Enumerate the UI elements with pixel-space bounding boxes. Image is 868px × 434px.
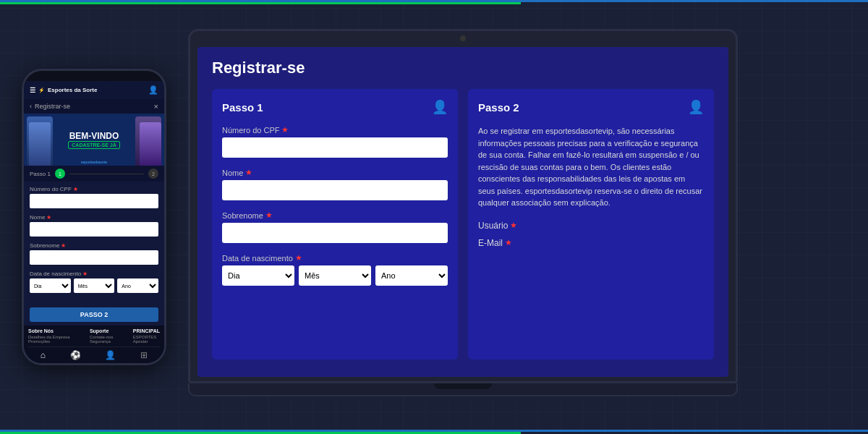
usuario-star: ★ <box>510 221 517 230</box>
dob-field: Data de nascimento ★ Dia Mês <box>222 253 448 286</box>
step1-person-icon: 👤 <box>432 99 448 115</box>
ano-select[interactable]: Ano <box>375 265 448 286</box>
mobile-dia-select[interactable]: Dia <box>30 278 71 293</box>
step2-header: Passo 2 👤 <box>478 99 704 115</box>
nav-sports[interactable]: ⚽ <box>70 350 81 360</box>
footer-col-principal: PRINCIPAL ESPORTES Apostar <box>133 328 160 344</box>
banner-text: BEM-VINDO CADASTRE-SE JÁ <box>68 131 119 149</box>
nome-input[interactable] <box>222 180 448 200</box>
sobrenome-star: ★ <box>265 210 273 220</box>
mobile-bottom-nav: ⌂ ⚽ 👤 ⊞ <box>28 346 160 360</box>
step-line <box>69 174 144 174</box>
banner-logo-small: esportesdasorte <box>81 160 107 164</box>
nav-grid[interactable]: ⊞ <box>140 350 148 360</box>
step1-label-mobile: Passo 1 <box>30 171 51 177</box>
cpf-field: Número do CPF ★ <box>222 125 448 158</box>
mobile-banner: BEM-VINDO CADASTRE-SE JÁ esportesdasorte <box>24 114 164 166</box>
mobile-step-indicator: Passo 1 1 2 <box>24 166 164 182</box>
laptop-device: Registrar-se Passo 1 👤 Número do CPF <box>188 29 738 405</box>
scene: ☰ ⚡ Esportes da Sorte 👤 ‹ Registrar-se × <box>0 0 868 434</box>
cpf-required-star: ★ <box>73 186 78 192</box>
step2-person-icon: 👤 <box>688 99 704 115</box>
person-icon: 👤 <box>105 350 116 360</box>
banner-figure-left <box>27 116 53 166</box>
mobile-nome-label: Nome ★ <box>30 214 158 221</box>
mes-select[interactable]: Mês <box>299 265 371 286</box>
laptop-body: Registrar-se Passo 1 👤 Número do CPF <box>188 29 738 383</box>
nav-home[interactable]: ⌂ <box>41 350 46 360</box>
email-star: ★ <box>505 238 512 247</box>
dia-select[interactable]: Dia <box>222 265 294 286</box>
dob-required-star: ★ <box>82 271 88 277</box>
top-line-green <box>0 2 521 4</box>
laptop-page-title: Registrar-se <box>212 59 714 77</box>
back-label: Registrar-se <box>35 103 70 110</box>
mobile-ano-select[interactable]: Ano <box>117 278 158 293</box>
nav-person[interactable]: 👤 <box>105 350 116 360</box>
footer-principal-item2[interactable]: Apostar <box>133 339 160 344</box>
footer-col-suporte: Suporte Contate-nos Segurança <box>90 328 114 344</box>
mobile-nome-input[interactable] <box>30 222 158 237</box>
nome-star: ★ <box>245 168 252 177</box>
mobile-device: ☰ ⚡ Esportes da Sorte 👤 ‹ Registrar-se × <box>22 69 166 365</box>
mobile-logo: ☰ ⚡ Esportes da Sorte <box>30 87 97 94</box>
home-icon: ⌂ <box>41 350 46 360</box>
banner-welcome-text: BEM-VINDO <box>68 131 119 141</box>
email-label: E-Mail ★ <box>478 238 704 248</box>
mobile-sobrenome-label: Sobrenome ★ <box>30 242 158 249</box>
mobile-subheader: ‹ Registrar-se × <box>24 99 164 114</box>
step2-title: Passo 2 <box>478 101 519 114</box>
footer-col-sobre: Sobre Nós Detalhes da Empresa Promoções <box>28 328 70 344</box>
person-icon-mobile-header[interactable]: 👤 <box>148 85 158 95</box>
step1-panel: Passo 1 👤 Número do CPF ★ <box>212 89 458 359</box>
close-icon[interactable]: × <box>154 102 158 111</box>
footer-principal-title: PRINCIPAL <box>133 328 160 333</box>
laptop-camera <box>460 35 466 41</box>
step2-description: Ao se registrar em esportesdasortevip, s… <box>478 125 704 209</box>
laptop-steps-container: Passo 1 👤 Número do CPF ★ <box>212 89 714 359</box>
sobrenome-input[interactable] <box>222 223 448 243</box>
step1-title: Passo 1 <box>222 101 263 114</box>
usuario-label: Usuário ★ <box>478 221 704 231</box>
grid-icon: ⊞ <box>140 350 148 360</box>
banner-figure-right <box>135 116 161 166</box>
mobile-cpf-label: Número do CPF ★ <box>30 186 158 192</box>
laptop-screen: Registrar-se Passo 1 👤 Número do CPF <box>197 47 728 377</box>
footer-sobre-item2[interactable]: Promoções <box>28 339 70 344</box>
laptop-content: Registrar-se Passo 1 👤 Número do CPF <box>197 47 728 377</box>
footer-suporte-item2[interactable]: Segurança <box>90 339 114 344</box>
nome-label: Nome ★ <box>222 168 448 177</box>
mobile-header: ☰ ⚡ Esportes da Sorte 👤 <box>24 81 164 99</box>
banner-cta-text[interactable]: CADASTRE-SE JÁ <box>68 141 119 149</box>
cpf-input[interactable] <box>222 137 448 158</box>
sobrenome-field: Sobrenome ★ <box>222 210 448 243</box>
hamburger-icon[interactable]: ☰ <box>30 87 35 94</box>
mobile-notch <box>72 71 116 81</box>
mobile-dob-field: Data de nascimento ★ Dia Mês Ano <box>30 271 158 293</box>
nome-field: Nome ★ <box>222 168 448 200</box>
top-accent-lines <box>0 0 868 4</box>
mobile-cpf-field: Número do CPF ★ <box>30 186 158 208</box>
mobile-passo2-button[interactable]: PASSO 2 <box>30 307 158 322</box>
sobrenome-label: Sobrenome ★ <box>222 210 448 220</box>
laptop-base <box>188 383 738 396</box>
back-chevron-icon: ‹ <box>30 103 32 110</box>
mobile-footer: Sobre Nós Detalhes da Empresa Promoções … <box>24 326 164 363</box>
step1-header: Passo 1 👤 <box>222 99 448 115</box>
mobile-cpf-input[interactable] <box>30 194 158 208</box>
logo-text: Esportes da Sorte <box>48 87 97 93</box>
bottom-accent-lines <box>0 430 868 434</box>
cpf-label: Número do CPF ★ <box>222 125 448 135</box>
mobile-nome-field: Nome ★ <box>30 214 158 237</box>
cpf-star: ★ <box>281 125 289 135</box>
step1-dot: 1 <box>55 169 65 179</box>
step2-dot: 2 <box>148 169 158 179</box>
mobile-footer-links: Sobre Nós Detalhes da Empresa Promoções … <box>28 328 160 344</box>
dob-label: Data de nascimento ★ <box>222 253 448 263</box>
mobile-form: Número do CPF ★ Nome ★ <box>24 182 164 303</box>
sobrenome-required-star: ★ <box>61 242 66 249</box>
mobile-mes-select[interactable]: Mês <box>74 278 115 293</box>
mobile-screen: ☰ ⚡ Esportes da Sorte 👤 ‹ Registrar-se × <box>24 81 164 363</box>
mobile-back-area[interactable]: ‹ Registrar-se <box>30 103 70 110</box>
mobile-sobrenome-input[interactable] <box>30 250 158 265</box>
